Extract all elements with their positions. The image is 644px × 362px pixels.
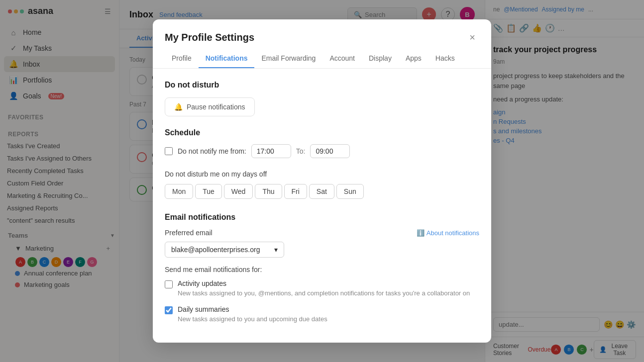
modal-tabs: Profile Notifications Email Forwarding A… [153,49,491,69]
daily-summaries-checkbox[interactable] [165,306,173,314]
schedule-row: Do not notify me from: To: [165,144,479,158]
modal-overlay: My Profile Settings × Profile Notificati… [0,0,644,362]
info-icon: ℹ️ [417,229,425,237]
email-notifications-title: Email notifications [165,213,479,222]
day-fri[interactable]: Fri [284,184,307,199]
dropdown-chevron-icon: ▾ [274,246,278,254]
from-time-input[interactable] [251,144,291,158]
daily-summaries-desc: New tasks assigned to you and upcoming d… [178,315,479,324]
daily-summaries-title: Daily summaries [178,305,479,313]
tab-display[interactable]: Display [362,49,399,68]
day-sun[interactable]: Sun [336,184,364,199]
close-icon: × [469,32,475,43]
day-tue[interactable]: Tue [195,184,222,199]
modal-close-button[interactable]: × [465,30,479,44]
to-label: To: [296,147,306,155]
activity-updates-title: Activity updates [178,279,479,287]
do-not-notify-label: Do not notify me from: [178,147,246,155]
tab-email-forwarding[interactable]: Email Forwarding [254,49,322,68]
bell-pause-icon: 🔔 [174,103,183,111]
profile-settings-modal: My Profile Settings × Profile Notificati… [153,19,491,342]
schedule-section: Schedule Do not notify me from: To: [165,128,479,158]
about-notifications-link[interactable]: ℹ️ About notifications [417,229,479,237]
tab-hacks[interactable]: Hacks [429,49,462,68]
daily-summaries-content: Daily summaries New tasks assigned to yo… [178,305,479,324]
to-time-input[interactable] [310,144,350,158]
preferred-email-label: Preferred email [165,229,213,237]
do-not-disturb-title: Do not disturb [165,81,479,90]
day-mon[interactable]: Mon [165,184,193,199]
activity-updates-desc: New tasks assigned to you, @mentions, an… [178,289,479,298]
schedule-title: Schedule [165,128,479,137]
pause-notifications-label: Pause notifications [187,103,245,111]
modal-title: My Profile Settings [165,32,254,43]
tab-apps[interactable]: Apps [399,49,429,68]
day-thu[interactable]: Thu [255,184,282,199]
activity-updates-content: Activity updates New tasks assigned to y… [178,279,479,298]
email-value: blake@apolloenterprises.org [171,246,260,254]
modal-body: Do not disturb 🔔 Pause notifications Sch… [153,69,491,342]
tab-account[interactable]: Account [322,49,362,68]
tab-notifications[interactable]: Notifications [199,49,255,68]
tab-profile[interactable]: Profile [165,49,199,68]
activity-updates-option: Activity updates New tasks assigned to y… [165,279,479,298]
email-select-dropdown[interactable]: blake@apolloenterprises.org ▾ [165,242,284,258]
days-row: Mon Tue Wed Thu Fri Sat [165,184,479,199]
day-sat[interactable]: Sat [309,184,334,199]
preferred-email-row: Preferred email ℹ️ About notifications [165,229,479,237]
modal-header: My Profile Settings × [153,19,491,49]
days-off-label: Do not disturb me on my days off [165,170,479,178]
day-wed[interactable]: Wed [224,184,253,199]
activity-updates-checkbox[interactable] [165,280,173,288]
days-off-section: Do not disturb me on my days off Mon Tue… [165,170,479,199]
daily-summaries-option: Daily summaries New tasks assigned to yo… [165,305,479,324]
send-notif-label: Send me email notifications for: [165,266,479,273]
email-notifications-section: Email notifications Preferred email ℹ️ A… [165,213,479,323]
pause-notifications-button[interactable]: 🔔 Pause notifications [165,97,255,116]
do-not-notify-checkbox[interactable] [165,147,173,155]
